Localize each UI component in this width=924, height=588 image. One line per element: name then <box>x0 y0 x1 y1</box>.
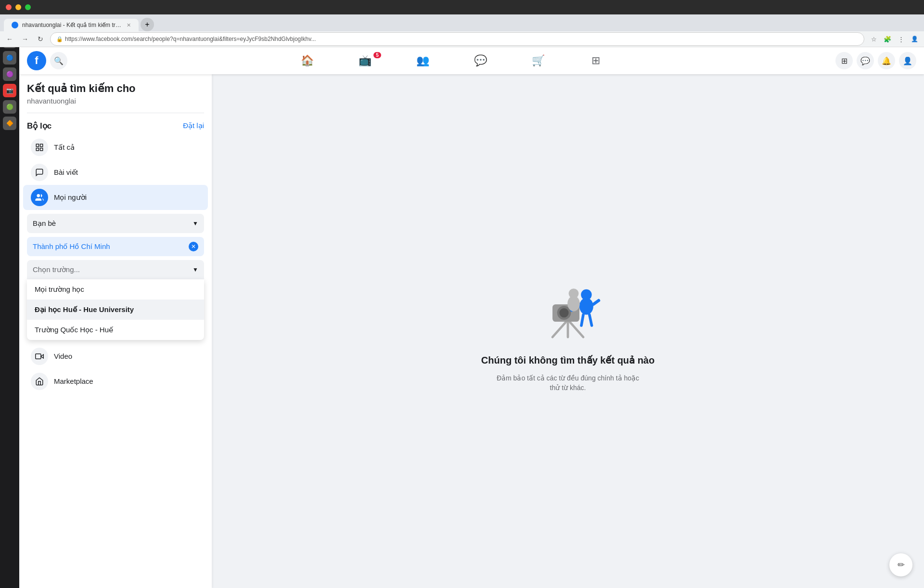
dock-app-5[interactable]: 🟢 <box>3 100 16 114</box>
search-title-text: Kết quả tìm kiếm cho <box>27 82 136 94</box>
user-avatar-nav[interactable]: 👤 <box>899 52 916 69</box>
watch-icon: 📺 <box>359 54 372 67</box>
fb-nav-messages[interactable]: 💬 <box>453 49 507 72</box>
fb-nav-groups[interactable]: 👥 <box>396 49 449 72</box>
os-dock: f 🔴 🔵 🟣 📷 🟢 🔶 <box>0 14 19 588</box>
profile-avatar[interactable]: 👤 <box>909 33 920 45</box>
friends-dropdown-arrow: ▼ <box>192 220 198 227</box>
groups-icon: 👥 <box>416 54 429 67</box>
search-panel: Kết quả tìm kiếm cho nhavantuonglai Bộ l… <box>19 74 212 588</box>
search-divider <box>27 113 204 113</box>
school-dropdown-arrow: ▼ <box>192 266 198 273</box>
os-minimize-dot[interactable] <box>15 4 21 10</box>
svg-rect-1 <box>40 144 43 146</box>
fb-messenger-button[interactable]: 💬 <box>857 52 874 69</box>
tab-title: nhavantuonglai - Kết quả tìm kiếm trên F… <box>22 22 123 28</box>
dock-app-4[interactable]: 📷 <box>3 84 16 97</box>
home-icon: 🏠 <box>301 54 314 67</box>
filter-video-label: Video <box>54 352 72 360</box>
extensions-button[interactable]: 🧩 <box>882 33 893 45</box>
filter-marketplace-icon <box>31 373 48 390</box>
url-text: https://www.facebook.com/search/people?q… <box>65 36 858 42</box>
fb-nav-center: 🏠 📺 5 👥 💬 🛒 ⊞ <box>71 49 832 72</box>
fb-nav-more[interactable]: ⊞ <box>569 49 623 72</box>
filter-marketplace[interactable]: Marketplace <box>23 369 208 394</box>
back-button[interactable]: ← <box>4 33 15 45</box>
fb-menu-button[interactable]: ⊞ <box>835 52 853 69</box>
svg-rect-6 <box>36 353 41 359</box>
location-selector[interactable]: Thành phố Hồ Chí Minh ✕ <box>27 237 204 256</box>
fb-search-button[interactable]: 🔍 <box>50 52 67 69</box>
fb-logo-text: f <box>35 54 38 67</box>
menu-button[interactable]: ⋮ <box>895 33 907 45</box>
dock-app-6[interactable]: 🔶 <box>3 117 16 130</box>
sub-filters: Bạn bè ▼ Thành phố Hồ Chí Minh ✕ Chọn tr… <box>19 214 212 340</box>
svg-marker-5 <box>41 354 43 358</box>
clear-icon: ✕ <box>191 243 196 250</box>
user-avatar-icon: 👤 <box>903 56 912 65</box>
filter-people[interactable]: Mọi người <box>23 185 208 210</box>
fb-nav-watch[interactable]: 📺 5 <box>338 49 392 72</box>
compose-icon: ✏ <box>898 560 905 570</box>
location-clear-button[interactable]: ✕ <box>189 242 198 251</box>
more-icon: ⊞ <box>591 54 600 67</box>
svg-line-7 <box>552 320 568 337</box>
search-query-text: nhavantuonglai <box>27 97 204 105</box>
facebook-navbar: f 🔍 🏠 📺 5 👥 💬 🛒 ⊞ ⊞ 💬 🔔 <box>19 47 924 74</box>
filter-video[interactable]: Video <box>23 344 208 369</box>
no-results-subtitle: Đảm bảo tất cả các từ đều đúng chính tả … <box>491 374 645 392</box>
tab-favicon <box>12 22 18 28</box>
school-selector[interactable]: Chọn trường... ▼ <box>27 260 204 279</box>
forward-button[interactable]: → <box>19 33 31 45</box>
filter-all[interactable]: Tất cả <box>23 135 208 160</box>
messages-icon: 💬 <box>474 54 487 67</box>
fb-nav-right: ⊞ 💬 🔔 👤 <box>835 52 916 69</box>
address-bar: ← → ↻ 🔒 https://www.facebook.com/search/… <box>0 31 924 47</box>
search-header: Kết quả tìm kiếm cho nhavantuonglai <box>19 82 212 109</box>
browser-actions: ☆ 🧩 ⋮ 👤 <box>868 33 920 45</box>
school-dropdown-menu: Mọi trường học Đại học Huế - Hue Univers… <box>27 279 204 340</box>
url-input[interactable]: 🔒 https://www.facebook.com/search/people… <box>50 32 864 46</box>
school-option-all[interactable]: Mọi trường học <box>27 279 204 300</box>
marketplace-nav-icon: 🛒 <box>532 54 545 67</box>
os-close-dot[interactable] <box>6 4 12 10</box>
reload-button[interactable]: ↻ <box>35 33 46 45</box>
svg-rect-2 <box>36 148 38 150</box>
new-tab-button[interactable]: + <box>141 18 154 31</box>
bookmark-button[interactable]: ☆ <box>868 33 880 45</box>
search-icon: 🔍 <box>54 56 64 65</box>
school-placeholder: Chọn trường... <box>33 265 80 274</box>
svg-point-13 <box>579 298 593 314</box>
filter-reset-button[interactable]: Đặt lại <box>183 121 204 130</box>
fb-nav-home[interactable]: 🏠 <box>280 49 334 72</box>
filter-video-icon <box>31 348 48 365</box>
filter-people-icon <box>31 189 48 206</box>
browser-chrome: nhavantuonglai - Kết quả tìm kiếm trên F… <box>0 14 924 47</box>
location-label: Thành phố Hồ Chí Minh <box>33 242 110 251</box>
fb-logo[interactable]: f <box>27 51 46 70</box>
fb-nav-marketplace[interactable]: 🛒 <box>511 49 565 72</box>
browser-tab-bar: nhavantuonglai - Kết quả tìm kiếm trên F… <box>0 14 924 31</box>
svg-rect-3 <box>40 148 43 150</box>
float-compose-button[interactable]: ✏ <box>889 553 912 576</box>
messenger-icon: 💬 <box>860 56 870 65</box>
filter-posts-icon <box>31 164 48 181</box>
filter-marketplace-label: Marketplace <box>54 377 93 385</box>
filter-posts[interactable]: Bài viết <box>23 160 208 185</box>
os-maximize-dot[interactable] <box>25 4 31 10</box>
friends-dropdown[interactable]: Bạn bè ▼ <box>27 214 204 233</box>
fb-notifications-button[interactable]: 🔔 <box>878 52 895 69</box>
school-option-hue-university[interactable]: Đại học Huế - Hue University <box>27 300 204 320</box>
filter-people-label: Mọi người <box>54 193 87 202</box>
dock-app-2[interactable]: 🔵 <box>3 51 16 65</box>
dock-app-3[interactable]: 🟣 <box>3 67 16 81</box>
filter-header: Bộ lọc Đặt lại <box>19 117 212 135</box>
tab-close-button[interactable]: ✕ <box>127 22 131 28</box>
menu-grid-icon: ⊞ <box>841 56 847 65</box>
filter-all-icon <box>31 139 48 156</box>
svg-line-16 <box>593 301 599 304</box>
school-option-quoc-hoc[interactable]: Trường Quốc Học - Huế <box>27 320 204 340</box>
active-browser-tab[interactable]: nhavantuonglai - Kết quả tìm kiếm trên F… <box>4 19 139 31</box>
svg-point-14 <box>581 289 591 300</box>
filter-label: Bộ lọc <box>27 121 51 131</box>
